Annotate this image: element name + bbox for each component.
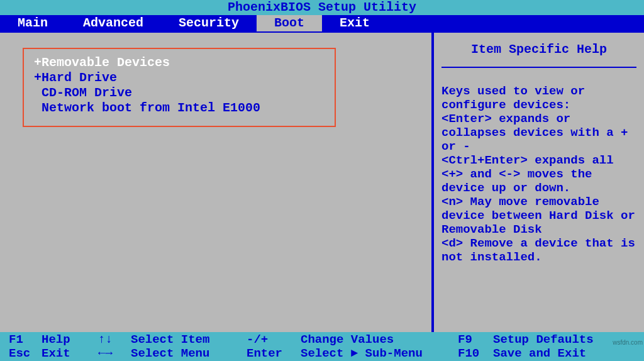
header-bar: PhoenixBIOS Setup Utility bbox=[0, 0, 644, 15]
footer-label-select-item: Select Item bbox=[131, 333, 247, 347]
menu-main[interactable]: Main bbox=[0, 15, 65, 31]
boot-item-network[interactable]: Network boot from Intel E1000 bbox=[34, 101, 325, 116]
header-title: PhoenixBIOS Setup Utility bbox=[228, 0, 416, 14]
help-body: Keys used to view or configure devices: … bbox=[441, 84, 636, 264]
help-title: Item Specific Help bbox=[441, 39, 636, 68]
content-area: +Removable Devices +Hard Drive CD-ROM Dr… bbox=[0, 31, 644, 332]
watermark: wsfdn.com bbox=[613, 339, 643, 346]
footer-label-change-values: Change Values bbox=[301, 333, 458, 347]
footer-key-enter: Enter bbox=[247, 347, 301, 360]
footer-key-leftright: ←→ bbox=[98, 347, 131, 360]
boot-item-hard-drive[interactable]: +Hard Drive bbox=[34, 70, 325, 86]
footer-key-plusminus: -/+ bbox=[247, 333, 301, 347]
footer-label-save-exit: Save and Exit bbox=[493, 347, 635, 360]
footer-label-exit: Exit bbox=[42, 347, 98, 360]
footer-key-f10: F10 bbox=[458, 347, 493, 360]
boot-item-cdrom[interactable]: CD-ROM Drive bbox=[34, 86, 325, 101]
help-panel: Item Specific Help Keys used to view or … bbox=[433, 31, 644, 332]
menu-security[interactable]: Security bbox=[161, 15, 257, 31]
boot-order-box: +Removable Devices +Hard Drive CD-ROM Dr… bbox=[23, 48, 336, 127]
menu-exit[interactable]: Exit bbox=[322, 15, 387, 31]
footer-key-updown: ↑↓ bbox=[98, 333, 131, 347]
footer-key-f1: F1 bbox=[9, 333, 42, 347]
main-panel: +Removable Devices +Hard Drive CD-ROM Dr… bbox=[0, 31, 433, 332]
boot-item-removable[interactable]: +Removable Devices bbox=[34, 55, 325, 70]
footer-label-help: Help bbox=[42, 333, 98, 347]
menu-bar: Main Advanced Security Boot Exit bbox=[0, 15, 644, 31]
footer-label-select-submenu: Select ► Sub-Menu bbox=[301, 347, 458, 360]
menu-advanced[interactable]: Advanced bbox=[65, 15, 161, 31]
footer-label-select-menu: Select Menu bbox=[131, 347, 247, 360]
footer-bar: F1 Help ↑↓ Select Item -/+ Change Values… bbox=[0, 332, 644, 361]
footer-key-f9: F9 bbox=[458, 333, 493, 347]
menu-boot[interactable]: Boot bbox=[257, 15, 322, 31]
footer-key-esc: Esc bbox=[9, 347, 42, 360]
